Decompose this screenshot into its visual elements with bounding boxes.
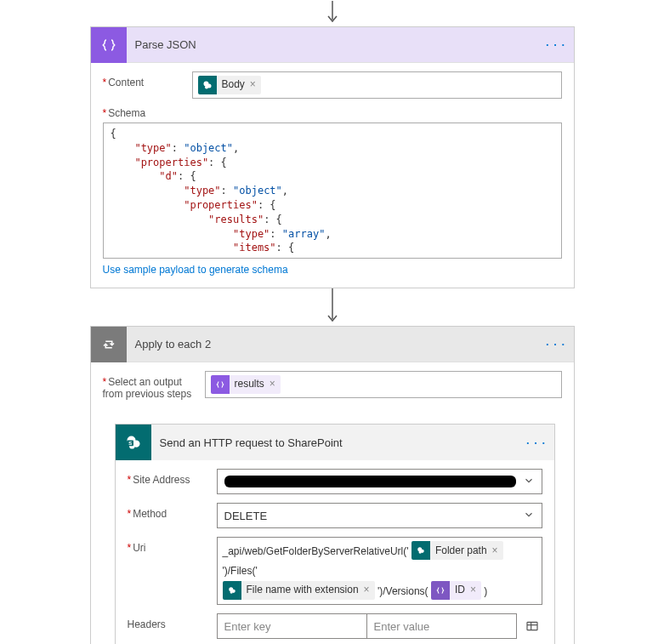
more-button[interactable]: · · · [538,27,574,63]
redacted-value [224,476,516,487]
remove-token-icon[interactable]: × [468,581,481,600]
more-button[interactable]: · · · [519,425,554,460]
select-output-label: *Select an output from previous steps [103,371,205,400]
method-select[interactable]: DELETE [217,503,542,528]
site-address-select[interactable] [217,469,542,494]
parse-json-token-icon [211,375,230,394]
chevron-down-icon [523,509,535,523]
remove-token-icon[interactable]: × [268,375,281,394]
parse-json-header[interactable]: Parse JSON · · · [91,27,574,63]
parse-json-token-icon [431,581,450,600]
chevron-down-icon [523,475,535,489]
loop-icon [91,327,127,362]
parse-json-icon [91,27,127,63]
apply-to-each-card: Apply to each 2 · · · *Select an output … [90,326,575,644]
header-value-input[interactable] [366,613,517,639]
sample-payload-link[interactable]: Use sample payload to generate schema [103,264,288,276]
headers-label: Headers [128,613,217,630]
schema-textarea[interactable]: { "type": "object", "properties": { "d":… [103,123,562,259]
http-request-card: S Send an HTTP request to SharePoint · ·… [115,424,555,644]
folder-path-token[interactable]: Folder path × [411,541,503,560]
sharepoint-icon: S [116,425,151,460]
file-name-token[interactable]: File name with extension × [223,581,375,600]
flow-arrow-2 [1,288,663,326]
sharepoint-icon [198,76,217,94]
sharepoint-icon [411,541,430,560]
flow-arrow-1 [1,1,663,26]
apply-to-each-header[interactable]: Apply to each 2 · · · [91,327,574,362]
content-input[interactable]: Body × [192,71,562,99]
svg-point-12 [418,550,421,553]
more-button[interactable]: · · · [538,327,574,362]
remove-token-icon[interactable]: × [362,581,375,600]
remove-token-icon[interactable]: × [491,541,503,560]
svg-point-3 [205,86,208,89]
parse-json-title: Parse JSON [127,38,538,51]
body-token[interactable]: Body × [198,76,261,94]
uri-input[interactable]: _api/web/GetFolderByServerRelativeUrl(' … [217,537,542,605]
content-label: *Content [103,71,192,88]
schema-label: *Schema [103,107,562,119]
svg-rect-16 [527,623,537,630]
http-request-header[interactable]: S Send an HTTP request to SharePoint · ·… [116,425,554,460]
select-output-input[interactable]: results × [205,371,562,398]
site-address-label: *Site Address [128,469,217,486]
http-request-title: Send an HTTP request to SharePoint [151,436,519,449]
method-value: DELETE [224,510,268,522]
parse-json-card: Parse JSON · · · *Content Body × *Schema… [90,26,575,288]
results-token[interactable]: results × [211,375,281,394]
remove-token-icon[interactable]: × [248,76,261,94]
svg-text:S: S [128,441,132,446]
method-label: *Method [128,503,217,520]
sharepoint-icon [223,581,241,600]
header-key-input[interactable] [217,613,366,639]
toggle-text-mode-button[interactable] [522,616,542,636]
svg-point-15 [230,590,232,593]
id-token[interactable]: ID × [431,581,481,600]
uri-label: *Uri [128,537,217,554]
apply-to-each-title: Apply to each 2 [127,338,538,350]
